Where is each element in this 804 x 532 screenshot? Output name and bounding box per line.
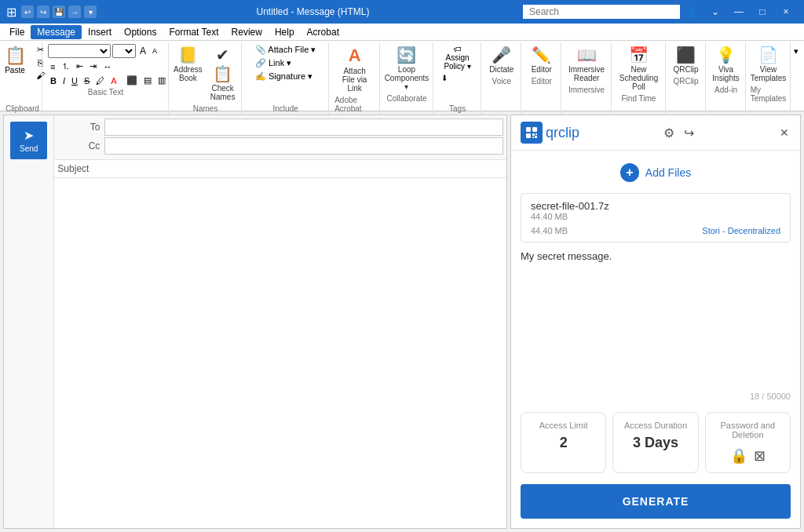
bold-button[interactable]: B bbox=[48, 75, 59, 86]
email-body-area: ➤ Send To Cc Subject bbox=[4, 115, 506, 528]
quick-access-toolbar: ↩ ↪ 💾 → ▾ bbox=[21, 5, 97, 18]
storage-provider-link[interactable]: Stori - Decentralized bbox=[702, 226, 780, 235]
scheduling-icon: 📅 bbox=[629, 46, 649, 64]
password-deletion-card[interactable]: Password and Deletion 🔒 ⊠ bbox=[705, 412, 791, 473]
ribbon-toggle-button[interactable]: ⌄ bbox=[704, 0, 727, 24]
bullets-button[interactable]: ≡ bbox=[48, 61, 57, 72]
email-fields-container: To Cc Subject bbox=[54, 115, 506, 528]
font-family-select[interactable] bbox=[48, 44, 111, 58]
strikethrough-button[interactable]: S bbox=[82, 75, 92, 86]
increase-font-button[interactable]: A bbox=[137, 45, 148, 57]
check-names-button[interactable]: ✔📋 Check Names bbox=[206, 44, 239, 103]
decrease-indent-button[interactable]: ⇤ bbox=[74, 60, 86, 72]
signature-button[interactable]: ✍ Signature ▾ bbox=[253, 71, 315, 82]
paste-button[interactable]: 📋 Paste bbox=[0, 44, 32, 76]
access-duration-card[interactable]: Access Duration 3 Days bbox=[612, 412, 698, 473]
italic-button[interactable]: I bbox=[60, 75, 68, 86]
ribbon-content: 📋 Paste ✂ ⎘ 🖌 Clipboard A A bbox=[0, 41, 804, 116]
redo-button[interactable]: ↪ bbox=[37, 5, 49, 18]
menu-format-text[interactable]: Format Text bbox=[163, 25, 225, 39]
tags-expand-button[interactable]: ⬇ bbox=[439, 73, 450, 83]
access-limit-value: 2 bbox=[560, 435, 568, 451]
access-limit-card[interactable]: Access Limit 2 bbox=[521, 412, 606, 473]
message-textarea[interactable]: My secret message. bbox=[521, 250, 791, 384]
adobe-icon: A bbox=[349, 46, 361, 66]
text-highlight-button[interactable]: 🖊 bbox=[93, 75, 107, 86]
loop-components-button[interactable]: 🔄 Loop Components ▾ bbox=[382, 44, 433, 93]
password-deletion-icons: 🔒 ⊠ bbox=[730, 447, 766, 465]
loop-label: Loop Components ▾ bbox=[385, 65, 429, 91]
menu-acrobat[interactable]: Acrobat bbox=[301, 25, 345, 39]
dictate-button[interactable]: 🎤 Dictate bbox=[486, 44, 517, 75]
undo-button[interactable]: ↩ bbox=[21, 5, 34, 18]
attach-via-link-button[interactable]: A Attach File via Link bbox=[334, 44, 375, 94]
immersive-reader-button[interactable]: 📖 Immersive Reader bbox=[565, 44, 608, 84]
menu-options[interactable]: Options bbox=[118, 25, 163, 39]
generate-button[interactable]: GENERATE bbox=[521, 484, 791, 519]
window-title: Untitled - Message (HTML) bbox=[103, 6, 523, 17]
access-duration-label: Access Duration bbox=[624, 421, 687, 430]
qrclip-panel: qrclip ⚙ ↪ ✕ + Add Files secret-file-001… bbox=[510, 115, 801, 529]
viva-insights-button[interactable]: 💡 Viva Insights bbox=[709, 44, 742, 84]
cc-field-row: Cc bbox=[57, 137, 503, 155]
email-body[interactable] bbox=[54, 178, 506, 528]
adobe-label: Adobe Acrobat bbox=[334, 96, 375, 113]
lock-icon: 🔒 bbox=[730, 447, 747, 465]
settings-button[interactable]: ⚙ bbox=[662, 124, 676, 142]
menu-review[interactable]: Review bbox=[225, 25, 269, 39]
templates-group-label: My Templates bbox=[751, 86, 787, 103]
templates-group: 📄 View Templates My Templates bbox=[747, 42, 791, 115]
qrclip-logo: qrclip bbox=[521, 122, 579, 144]
send-button[interactable]: ➤ Send bbox=[10, 122, 47, 159]
scheduling-poll-button[interactable]: 📅 New Scheduling Poll bbox=[616, 44, 661, 93]
search-input[interactable] bbox=[523, 5, 680, 19]
exit-button[interactable]: ↪ bbox=[682, 124, 696, 142]
qrclip-close-button[interactable]: ✕ bbox=[778, 125, 791, 140]
immersive-icon: 📖 bbox=[577, 46, 597, 64]
add-files-button[interactable]: + Add Files bbox=[617, 160, 694, 185]
decrease-font-button[interactable]: A bbox=[150, 46, 159, 56]
qrclip-ribbon-button[interactable]: ⬛ QRClip bbox=[670, 44, 701, 75]
maximize-button[interactable]: □ bbox=[751, 0, 774, 24]
attach-via-link-label: Attach File via Link bbox=[338, 67, 371, 93]
cc-input[interactable] bbox=[104, 137, 503, 155]
to-input[interactable] bbox=[104, 118, 503, 136]
subject-input[interactable] bbox=[93, 163, 503, 174]
save-button[interactable]: 💾 bbox=[53, 5, 65, 18]
font-color-button[interactable]: A bbox=[108, 75, 119, 86]
align-center-button[interactable]: ▤ bbox=[141, 75, 154, 86]
immersive-label: Immersive bbox=[568, 86, 605, 94]
send-icon: ➤ bbox=[24, 128, 34, 143]
view-templates-button[interactable]: 📄 View Templates bbox=[747, 44, 790, 84]
align-left-button[interactable]: ⬛ bbox=[124, 75, 140, 86]
close-button[interactable]: × bbox=[774, 0, 798, 24]
numbering-button[interactable]: ⒈ bbox=[59, 60, 72, 73]
menu-help[interactable]: Help bbox=[269, 25, 301, 39]
title-bar: ⊞ ↩ ↪ 💾 → ▾ Untitled - Message (HTML) 👤 … bbox=[0, 0, 804, 24]
cc-label: Cc bbox=[57, 140, 104, 151]
underline-button[interactable]: U bbox=[69, 75, 80, 86]
address-book-icon: 📒 bbox=[178, 46, 198, 64]
menu-message[interactable]: Message bbox=[31, 25, 82, 39]
svg-rect-1 bbox=[532, 127, 537, 132]
customize-button[interactable]: ▾ bbox=[84, 5, 97, 18]
ribbon-expand-button[interactable]: ▾ bbox=[791, 46, 801, 57]
subject-row: Subject bbox=[54, 160, 506, 178]
align-right-button[interactable]: ▥ bbox=[155, 75, 168, 86]
editor-button[interactable]: ✏️ Editor bbox=[527, 44, 557, 75]
font-size-select[interactable] bbox=[112, 44, 136, 58]
assign-policy-button[interactable]: 🏷 Assign Policy ▾ bbox=[439, 44, 476, 71]
link-button[interactable]: 🔗 Link ▾ bbox=[253, 57, 294, 69]
menu-file[interactable]: File bbox=[3, 25, 31, 39]
address-book-button[interactable]: 📒 Address Book bbox=[171, 44, 204, 84]
check-names-icon: ✔📋 bbox=[209, 46, 236, 83]
text-direction-button[interactable]: ↔ bbox=[100, 61, 114, 72]
qrclip-ribbon-group: ⬛ QRClip QRClip bbox=[667, 42, 706, 115]
app-logo-icon: ⊞ bbox=[6, 5, 16, 20]
increase-indent-button[interactable]: ⇥ bbox=[87, 60, 99, 72]
forward-button[interactable]: → bbox=[68, 5, 81, 18]
minimize-button[interactable]: — bbox=[727, 0, 751, 24]
profile-button[interactable]: 👤 bbox=[680, 0, 704, 24]
attach-file-button[interactable]: 📎 Attach File ▾ bbox=[253, 44, 318, 56]
menu-insert[interactable]: Insert bbox=[82, 25, 118, 39]
